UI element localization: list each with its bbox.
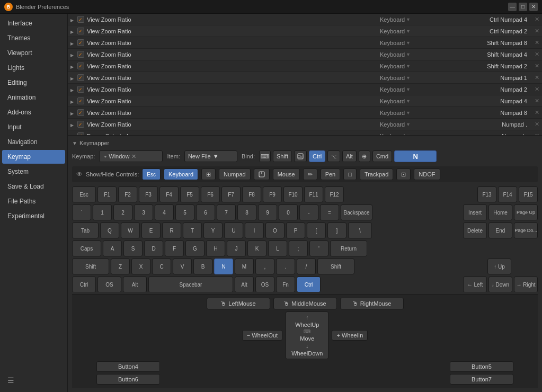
key-semicolon[interactable]: ; bbox=[289, 240, 308, 256]
delete-binding-button[interactable]: ✕ bbox=[531, 28, 542, 34]
key-lshift[interactable]: Shift bbox=[72, 259, 109, 274]
delete-binding-button[interactable]: ✕ bbox=[531, 86, 542, 93]
table-row[interactable]: Frame Selected Keyboard ▼ Numpad . ✕ bbox=[68, 130, 542, 136]
key-pageup[interactable]: Page Up bbox=[514, 204, 538, 220]
expand-icon[interactable] bbox=[68, 110, 76, 116]
key-end[interactable]: End bbox=[488, 222, 512, 238]
table-row[interactable]: View Zoom Ratio Keyboard ▼ Numpad 1 ✕ bbox=[68, 72, 542, 84]
key-4[interactable]: 4 bbox=[155, 204, 174, 220]
key-lbracket[interactable]: [ bbox=[307, 222, 326, 238]
bind-ctrl-key[interactable]: Ctrl bbox=[309, 150, 325, 162]
key-spacebar[interactable]: Spacebar bbox=[148, 277, 233, 292]
table-row[interactable]: View Zoom Ratio Keyboard ▼ Numpad . ✕ bbox=[68, 119, 542, 130]
key-delete[interactable]: Delete bbox=[463, 222, 487, 238]
input-type-keyboard[interactable]: Keyboard bbox=[164, 168, 198, 180]
key-capslock[interactable]: Caps bbox=[72, 240, 101, 256]
input-type-pen-icon[interactable]: ✏ bbox=[303, 168, 317, 180]
input-type-grid-icon[interactable]: ⊞ bbox=[201, 168, 216, 180]
key-s[interactable]: S bbox=[123, 240, 143, 256]
sidebar-item-keymap[interactable]: Keymap bbox=[2, 150, 65, 164]
key-ralt[interactable]: Alt bbox=[235, 277, 254, 292]
key-f2[interactable]: F2 bbox=[118, 186, 137, 202]
input-type-esc[interactable]: Esc bbox=[142, 168, 161, 180]
key-f4[interactable]: F4 bbox=[159, 186, 179, 202]
close-button[interactable]: ✕ bbox=[529, 3, 538, 11]
key-e[interactable]: E bbox=[141, 222, 161, 238]
key-left[interactable]: ← Left bbox=[463, 277, 487, 292]
key-1[interactable]: 1 bbox=[93, 204, 112, 220]
key-equals[interactable]: = bbox=[320, 204, 339, 220]
expand-icon[interactable] bbox=[68, 40, 76, 46]
key-3[interactable]: 3 bbox=[134, 204, 153, 220]
delete-binding-button[interactable]: ✕ bbox=[531, 97, 542, 104]
key-f5[interactable]: F5 bbox=[180, 186, 199, 202]
sidebar-item-viewport[interactable]: Viewport bbox=[2, 46, 65, 60]
key-f6[interactable]: F6 bbox=[201, 186, 220, 202]
wheel-in-button[interactable]: + WheelIn bbox=[332, 330, 368, 341]
key-b[interactable]: B bbox=[193, 259, 212, 274]
key-t[interactable]: T bbox=[183, 222, 202, 238]
key-6[interactable]: 6 bbox=[196, 204, 215, 220]
bind-alt-icon[interactable]: ⌥ bbox=[327, 150, 340, 162]
key-z[interactable]: Z bbox=[111, 259, 130, 274]
key-period[interactable]: . bbox=[276, 259, 295, 274]
key-esc[interactable]: Esc bbox=[72, 186, 96, 202]
keymapper-collapse-icon[interactable]: ▼ bbox=[72, 140, 77, 146]
key-o[interactable]: O bbox=[265, 222, 285, 238]
key-f15[interactable]: F15 bbox=[519, 186, 538, 202]
sidebar-item-themes[interactable]: Themes bbox=[2, 31, 65, 45]
sidebar-item-experimental[interactable]: Experimental bbox=[2, 209, 65, 223]
key-f[interactable]: F bbox=[165, 240, 184, 256]
key-0[interactable]: 0 bbox=[279, 204, 298, 220]
middle-mouse-button[interactable]: 🖱 MiddleMouse bbox=[273, 298, 337, 309]
bind-cmd-key[interactable]: Cmd bbox=[372, 150, 392, 162]
input-type-numpad[interactable]: Numpad bbox=[219, 168, 251, 180]
hamburger-icon[interactable]: ☰ bbox=[2, 373, 65, 388]
table-row[interactable]: View Zoom Ratio Keyboard ▼ Ctrl Numpad 2… bbox=[68, 25, 542, 37]
table-row[interactable]: View Zoom Ratio Keyboard ▼ Shift Numpad … bbox=[68, 37, 542, 49]
key-backslash[interactable]: \ bbox=[348, 222, 372, 238]
key-quote[interactable]: ' bbox=[309, 240, 328, 256]
row-checkbox[interactable] bbox=[76, 28, 85, 34]
key-u[interactable]: U bbox=[224, 222, 243, 238]
key-lalt[interactable]: Alt bbox=[123, 277, 147, 292]
row-checkbox[interactable] bbox=[76, 74, 85, 81]
delete-binding-button[interactable]: ✕ bbox=[531, 63, 542, 69]
sidebar-item-file-paths[interactable]: File Paths bbox=[2, 194, 65, 208]
input-type-trackpad[interactable]: Trackpad bbox=[360, 168, 393, 180]
key-2[interactable]: 2 bbox=[113, 204, 132, 220]
row-checkbox[interactable] bbox=[76, 109, 85, 116]
key-comma[interactable]: , bbox=[255, 259, 274, 274]
table-row[interactable]: View Zoom Ratio Keyboard ▼ Shift Numpad … bbox=[68, 60, 542, 72]
sidebar-item-navigation[interactable]: Navigation bbox=[2, 135, 65, 149]
button5[interactable]: Button5 bbox=[450, 361, 513, 372]
key-y[interactable]: Y bbox=[203, 222, 223, 238]
key-rshift[interactable]: Shift bbox=[317, 259, 354, 274]
key-f9[interactable]: F9 bbox=[263, 186, 282, 202]
row-checkbox[interactable] bbox=[76, 16, 85, 23]
table-row[interactable]: View Zoom Ratio Keyboard ▼ Numpad 4 ✕ bbox=[68, 95, 542, 107]
expand-icon[interactable] bbox=[68, 98, 76, 104]
button4[interactable]: Button4 bbox=[96, 361, 160, 372]
input-type-ndof-icon[interactable]: ⊡ bbox=[396, 168, 411, 180]
bind-n-key[interactable]: N bbox=[394, 150, 437, 162]
table-row[interactable]: View Zoom Ratio Keyboard ▼ Shift Numpad … bbox=[68, 49, 542, 60]
minimize-button[interactable]: — bbox=[508, 3, 517, 11]
key-n[interactable]: N bbox=[214, 259, 233, 274]
input-type-pen[interactable]: Pen bbox=[321, 168, 341, 180]
key-f13[interactable]: F13 bbox=[477, 186, 496, 202]
expand-icon[interactable] bbox=[68, 16, 76, 23]
key-down[interactable]: ↓ Down bbox=[488, 277, 512, 292]
sidebar-item-addons[interactable]: Add-ons bbox=[2, 105, 65, 119]
delete-binding-button[interactable]: ✕ bbox=[531, 109, 542, 116]
button6[interactable]: Button6 bbox=[96, 374, 160, 385]
key-f12[interactable]: F12 bbox=[325, 186, 344, 202]
wheel-out-button[interactable]: − WheelOut bbox=[242, 330, 282, 341]
row-checkbox[interactable] bbox=[76, 97, 85, 104]
keymap-field[interactable]: ● Window ✕ bbox=[99, 150, 163, 162]
key-insert[interactable]: Insert bbox=[463, 204, 487, 220]
key-i[interactable]: I bbox=[245, 222, 264, 238]
key-return[interactable]: Return bbox=[330, 240, 367, 256]
key-d[interactable]: D bbox=[144, 240, 163, 256]
sidebar-item-editing[interactable]: Editing bbox=[2, 76, 65, 90]
